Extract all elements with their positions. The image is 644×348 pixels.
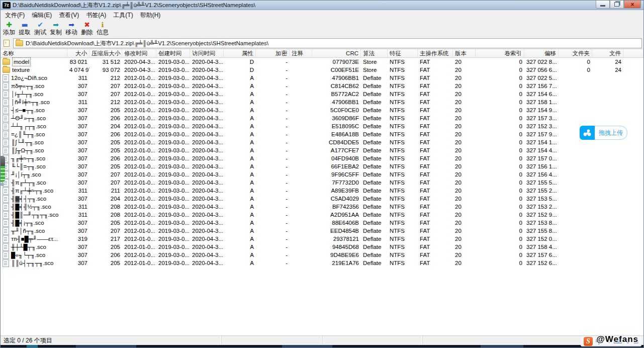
cell-encrypted: - (256, 179, 290, 187)
file-name-cell: ╢█║─╜┬╖┬╖.sco (1, 211, 67, 219)
menu-item-0[interactable]: 文件(F) (2, 10, 28, 21)
toolbar-button-删除[interactable]: ✖删除 (79, 21, 95, 36)
toolbar-button-提取[interactable]: ▬提取 (17, 21, 32, 36)
cell-attributes: A (224, 82, 256, 90)
cell-version: 20 (453, 259, 476, 267)
cell-accessed: 2020-04-3... (190, 187, 224, 195)
table-row[interactable]: ║∫╥Ω┬╖.sco3072052012-01-0...2019-03-0...… (1, 146, 643, 154)
column-header-volume_index[interactable]: 卷索引 (476, 49, 524, 57)
title-bar[interactable]: 7z D:\BaiduNetdiskDownload\上海市V1.2.zip\╔… (1, 1, 643, 10)
column-header-version[interactable]: 版本 (453, 49, 476, 57)
cell-created: 2019-03-0... (156, 179, 190, 187)
cell-method: Deflate (361, 130, 388, 138)
menu-item-1[interactable]: 编辑(E) (28, 10, 55, 21)
table-row[interactable]: ║║ú┤┬╖┬╖.sco3072052012-01-0...2019-03-0.… (1, 259, 643, 267)
column-header-name[interactable]: 名称 (1, 49, 67, 57)
column-header-crc[interactable]: CRC (312, 49, 361, 57)
cell-accessed: 2020-04-3... (190, 106, 224, 114)
taskbar-sliver[interactable] (1, 345, 643, 347)
cell-accessed: 2020-04-3... (190, 219, 224, 227)
table-row[interactable]: =¿║╙┬╖.sco3072062012-01-0...2019-03-0...… (1, 130, 643, 138)
toolbar-button-添加[interactable]: ✚添加 (2, 21, 17, 36)
cell-crc: C814CB62 (312, 82, 361, 90)
table-row[interactable]: ║∫└╜┬╖.sco3072052012-01-0...2019-03-0...… (1, 138, 643, 146)
toolbar-button-复制[interactable]: ➡复制 (48, 21, 63, 36)
column-header-created[interactable]: 创建时间 (156, 49, 190, 57)
sogou-logo-icon[interactable]: S (584, 337, 593, 346)
file-name: ║∫╥Ω┬╖.sco (11, 146, 44, 154)
baidu-drag-upload-button[interactable]: 拖拽上传 (580, 126, 627, 140)
minimize-button[interactable] (596, 1, 610, 9)
menu-item-2[interactable]: 查看(V) (55, 10, 82, 21)
file-name-cell: texture (1, 66, 67, 74)
start-orb-sliver[interactable] (27, 345, 38, 347)
table-row[interactable]: ╖╓╪≈┬╖.sco3072062012-01-0...2019-03-0...… (1, 154, 643, 162)
table-row[interactable]: ╢█║─╜┬╖┬╖.sco3112082012-01-0...2019-03-0… (1, 211, 643, 219)
column-header-offset[interactable]: 偏移 (524, 49, 559, 57)
table-row[interactable]: πδ╤«┬╖.sco3072072012-01-0...2019-03-0...… (1, 82, 643, 90)
cell-attributes: A (224, 114, 256, 122)
column-header-packed[interactable]: 压缩后大小 (89, 49, 122, 57)
cell-offset: 327 153 8... (524, 219, 559, 227)
restore-button[interactable] (610, 1, 624, 9)
table-row[interactable]: │ñ╝í╪≈┬╖.sco3112122012-01-0...2019-03-0.… (1, 98, 643, 106)
menu-item-3[interactable]: 书签(A) (82, 10, 110, 21)
taskbar-button-sliver[interactable] (76, 345, 136, 347)
menu-item-4[interactable]: 工具(T) (110, 10, 136, 21)
menu-item-5[interactable]: 帮助(H) (137, 10, 164, 21)
table-row[interactable]: ╥╜│ñ┬╖.sco3072072012-01-0...2019-03-0...… (1, 227, 643, 235)
toolbar-button-测试[interactable]: ✔测试 (33, 21, 48, 36)
file-name-cell: ╢π╓┴╪≈┬╖.sco (1, 187, 67, 195)
cell-method: Deflate (361, 98, 388, 106)
table-row[interactable]: ╢π╓┴┬╖.sco3072072012-01-0...2019-03-0...… (1, 179, 643, 187)
column-header-characteristics[interactable]: 特征 (388, 49, 418, 57)
table-row[interactable]: ╙└║=┬╖.sco3072052012-01-0...2019-03-0...… (1, 162, 643, 170)
column-header-folders[interactable]: 文件夹 (559, 49, 592, 57)
table-row[interactable]: ╜¡│í┬╖.sco3072072012-01-0...2019-03-0...… (1, 170, 643, 179)
toolbar-button-label: 移动 (65, 29, 77, 36)
table-row[interactable]: ╢▓╡┤┬╖.sco3072042012-01-0...2019-03-0...… (1, 195, 643, 203)
file-name: ╥╜│ñ┬╖.sco (11, 227, 45, 235)
taskbar-button-sliver[interactable] (282, 345, 332, 347)
cell-attributes: A (224, 74, 256, 82)
cell-accessed: 2020-04-3... (190, 130, 224, 138)
cell-volume_index: 0 (476, 195, 524, 203)
column-header-modified[interactable]: 修改时间 (122, 49, 156, 57)
table-row[interactable]: ╢π╓┴╪≈┬╖.sco3112112012-01-0...2019-03-0.… (1, 187, 643, 195)
7zip-app-icon: 7z (3, 2, 11, 9)
table-row[interactable]: │í╥┴┬╖.sco3072072012-01-0...2019-03-0...… (1, 90, 643, 98)
table-row[interactable]: тп╢■█╤╜——ετ...3192172012-01-0...2019-03-… (1, 235, 643, 243)
column-header-comment[interactable]: 注释 (290, 49, 312, 57)
column-header-accessed[interactable]: 访问时间 (190, 49, 224, 57)
column-header-host_os[interactable]: 主操作系统 (418, 49, 453, 57)
column-header-size[interactable]: 大小 (67, 49, 89, 57)
column-header-method[interactable]: 算法 (361, 49, 388, 57)
table-row[interactable]: ╫┼┴█┬╖.sco3072052012-01-0...2019-03-0...… (1, 243, 643, 251)
cell-method: Deflate (361, 219, 388, 227)
cell-packed: 206 (89, 114, 122, 122)
floating-side-widget[interactable] (1, 156, 5, 186)
cell-method: Deflate (361, 114, 388, 122)
up-folder-button[interactable] (2, 39, 11, 47)
column-header-attributes[interactable]: 属性 (224, 49, 256, 57)
table-row[interactable]: ╢█╡╢½┬╖.sco3112082012-01-0...2019-03-0..… (1, 203, 643, 211)
table-row[interactable]: texture4 074 97293 0722020-04-3...2019-0… (1, 66, 643, 74)
toolbar-button-移动[interactable]: ➡移动 (64, 21, 79, 36)
taskbar-button-sliver[interactable] (481, 345, 523, 347)
table-row[interactable]: █«╖└┬╖.sco3072062012-01-0...2019-03-0...… (1, 251, 643, 259)
folder-icon (16, 40, 23, 46)
close-button[interactable]: × (624, 1, 641, 9)
cell-characteristics: NTFS (388, 66, 418, 74)
table-row[interactable]: ┤≤─■┬╖.sco3072052012-01-0...2019-03-0...… (1, 106, 643, 114)
table-row[interactable]: ┴┴╖┌┬╖.sco3072042012-01-0...2019-03-0...… (1, 122, 643, 130)
table-row[interactable]: ╢█╡¡┬╖.sco3072052012-01-0...2019-03-0...… (1, 219, 643, 227)
column-header-encrypted[interactable]: 加密 (256, 49, 290, 57)
table-row[interactable]: 12o¿¬Díñ.sco3112122012-01-0...2019-03-0.… (1, 74, 643, 82)
table-row[interactable]: ┴Θ╜»┬╖.sco3072062012-01-0...2019-03-0...… (1, 114, 643, 122)
column-header-files[interactable]: 文件 (592, 49, 623, 57)
toolbar-button-信息[interactable]: ℹ信息 (95, 21, 110, 36)
cell-volume_index: 0 (476, 98, 524, 106)
address-field[interactable]: D:\BaiduNetdiskDownload\上海市V1.2.zip\╔╧║ú… (13, 38, 642, 48)
table-row[interactable]: model83 02131 5122020-04-3...2019-03-0..… (1, 58, 643, 66)
cell-packed: 205 (89, 146, 122, 154)
